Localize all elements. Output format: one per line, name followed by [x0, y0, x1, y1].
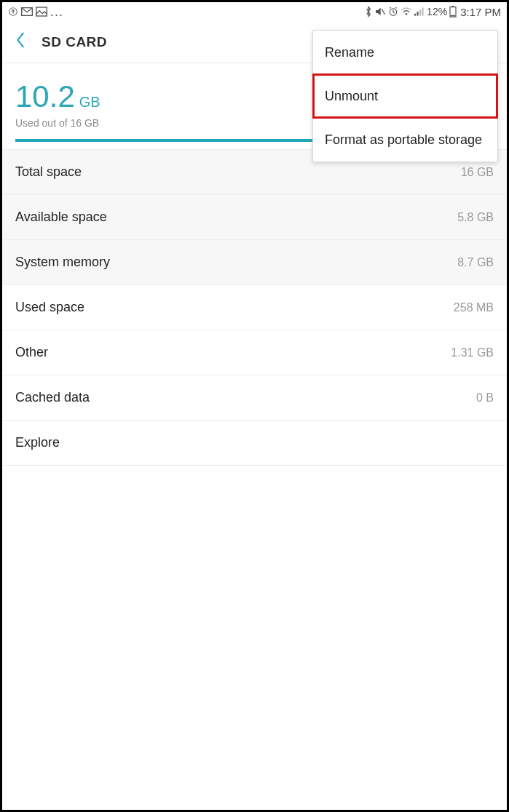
status-left: ...: [8, 4, 63, 20]
row-label: Used space: [15, 300, 84, 315]
clock-time: 3:17 PM: [460, 6, 501, 18]
page-title: SD CARD: [42, 34, 107, 50]
svg-rect-8: [414, 14, 416, 16]
overflow-menu: Rename Unmount Format as portable storag…: [312, 30, 498, 162]
row-label: Cached data: [15, 390, 90, 405]
row-other[interactable]: Other 1.31 GB: [2, 330, 507, 375]
row-label: Other: [15, 345, 48, 360]
svg-rect-13: [452, 6, 454, 7]
svg-line-3: [382, 9, 385, 15]
storage-list: Total space 16 GB Available space 5.8 GB…: [2, 150, 507, 466]
row-value: 0 B: [476, 391, 494, 405]
row-label: Explore: [15, 435, 60, 450]
svg-rect-11: [422, 7, 424, 15]
row-label: System memory: [15, 255, 110, 270]
svg-rect-2: [36, 7, 47, 16]
menu-item-label: Format as portable storage: [325, 132, 482, 148]
row-system-memory[interactable]: System memory 8.7 GB: [2, 240, 507, 285]
svg-rect-14: [451, 15, 455, 17]
menu-format[interactable]: Format as portable storage: [313, 118, 497, 162]
svg-rect-10: [419, 9, 421, 15]
notification-ellipsis: ...: [50, 4, 63, 20]
svg-point-7: [406, 13, 408, 15]
row-label: Available space: [15, 210, 107, 225]
signal-icon: [414, 7, 425, 16]
menu-item-label: Rename: [325, 45, 374, 60]
usage-unit: GB: [79, 94, 100, 111]
status-right: 12% 3:17 PM: [365, 6, 501, 18]
row-value: 16 GB: [461, 166, 494, 179]
back-button[interactable]: [15, 32, 25, 52]
mute-icon: [374, 7, 386, 17]
row-value: 8.7 GB: [457, 256, 494, 269]
menu-unmount[interactable]: Unmount: [313, 74, 497, 118]
mail-icon: [21, 7, 33, 16]
svg-line-6: [395, 7, 397, 8]
row-label: Total space: [15, 164, 82, 180]
shield-icon: [8, 7, 18, 17]
battery-percent: 12%: [427, 6, 447, 17]
wifi-icon: [401, 7, 412, 16]
row-explore[interactable]: Explore: [2, 421, 507, 466]
row-value: 258 MB: [454, 301, 494, 314]
alarm-icon: [388, 7, 398, 17]
usage-bar-fill: [15, 139, 320, 142]
svg-rect-9: [417, 12, 419, 16]
bluetooth-icon: [365, 6, 372, 17]
row-available-space[interactable]: Available space 5.8 GB: [2, 195, 507, 240]
usage-number: 10.2: [15, 79, 75, 114]
menu-item-label: Unmount: [325, 89, 378, 104]
row-cached-data[interactable]: Cached data 0 B: [2, 375, 507, 421]
row-used-space[interactable]: Used space 258 MB: [2, 285, 507, 330]
svg-line-5: [390, 7, 391, 8]
row-value: 5.8 GB: [457, 211, 494, 224]
menu-rename[interactable]: Rename: [313, 31, 497, 74]
image-icon: [36, 7, 47, 17]
row-value: 1.31 GB: [451, 346, 494, 359]
status-bar: ... 12% 3:17 PM: [2, 2, 507, 21]
battery-icon: [449, 6, 457, 17]
